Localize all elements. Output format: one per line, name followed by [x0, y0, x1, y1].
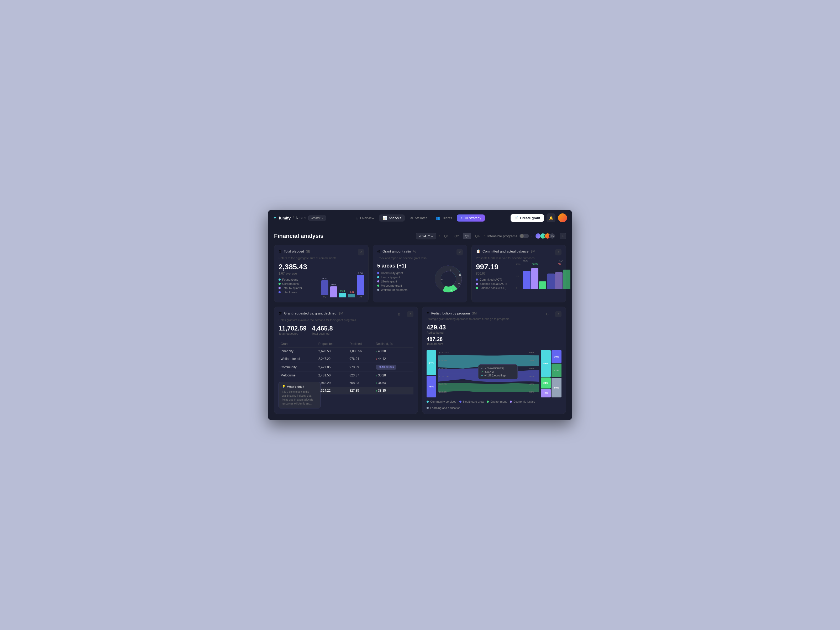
- grant-req-filter-button[interactable]: ⇅: [398, 312, 401, 316]
- ratio-subtitle: Track and report on specific grant ratio: [377, 256, 463, 260]
- pledged-bar-chart: -1.23 LQ 0.95 0.32 -0: [321, 274, 364, 298]
- quarter-q3[interactable]: Q3: [463, 233, 471, 239]
- page-title: Financial analysis: [274, 232, 324, 239]
- svg-text:12: 12: [459, 274, 461, 276]
- ratio-icon: ◎: [377, 249, 381, 253]
- card-redistribution: ≡ Redistribution by program $M ↻ ··· ↗ S…: [422, 306, 566, 414]
- bottom-cards-grid: ⚖ Grant requested vs. grant declined $M …: [274, 306, 566, 414]
- grant-req-expand-button[interactable]: ↗: [407, 311, 414, 317]
- header-actions: 📄 Create grant 🔔: [510, 213, 567, 222]
- user-avatar[interactable]: [558, 213, 567, 222]
- grant-req-more-button[interactable]: ···: [403, 312, 406, 316]
- tab-ai-strategy[interactable]: ✦ AI strategy: [457, 215, 485, 221]
- stream-chart: $162.3M $37.4M $34.5M $127.1M $45.3M $32…: [438, 350, 538, 398]
- redist-chart: 54% 46%: [426, 350, 562, 398]
- pledged-expand-button[interactable]: ↗: [358, 249, 364, 256]
- table-row: Community 2,427.05 970.39 ⊞ All details: [278, 363, 414, 372]
- card-committed-header: 📋 Committed and actual balance $M ↗: [476, 249, 562, 256]
- notification-icon: 🔔: [549, 216, 553, 220]
- total-requested-value: 11,702.59: [278, 325, 306, 332]
- infeasible-toggle[interactable]: [519, 234, 529, 238]
- tab-overview[interactable]: ⊞ Overview: [352, 215, 378, 221]
- svg-text:$45.3M: $45.3M: [439, 383, 447, 385]
- svg-text:$162.3M: $162.3M: [439, 352, 448, 354]
- logo-text: lumify: [279, 216, 291, 220]
- card-committed: 📋 Committed and actual balance $M ↗ Pres…: [471, 245, 566, 302]
- svg-text:39%: 39%: [529, 359, 534, 362]
- more-members-badge[interactable]: +5: [549, 233, 556, 239]
- main-content: Financial analysis 2024 ⌃⌄ / Q1 Q2 Q3 Q4…: [268, 226, 572, 420]
- svg-text:48%: 48%: [529, 383, 534, 385]
- svg-text:9: 9: [450, 269, 451, 271]
- whats-this-tooltip: 💡 What's this? It is a benchmark in the …: [278, 382, 321, 409]
- overview-icon: ⊞: [356, 216, 358, 220]
- affiliates-icon: 🗂: [409, 216, 413, 220]
- logo-area: ✦ lumify / Nexus Creator ⌄: [273, 215, 326, 221]
- redist-legend: Community services Healthcare area Envir…: [426, 400, 562, 409]
- creator-badge[interactable]: Creator ⌄: [308, 216, 326, 221]
- svg-text:19: 19: [450, 289, 452, 291]
- header: ✦ lumify / Nexus Creator ⌄ ⊞ Overview 📊 …: [268, 210, 572, 226]
- card-total-pledged-header: ⊜ Total pledged $B ↗: [278, 249, 364, 256]
- svg-text:41%: 41%: [529, 367, 534, 369]
- create-grant-icon: 📄: [514, 216, 518, 220]
- tab-affiliates[interactable]: 🗂 Affiliates: [406, 215, 431, 221]
- redist-refresh-button[interactable]: ↻: [546, 312, 549, 316]
- total-declined-value: 4,465.8: [312, 325, 333, 332]
- svg-text:44: 44: [441, 278, 443, 281]
- col-grant: Grant: [278, 341, 316, 347]
- quarter-q1[interactable]: Q1: [442, 233, 450, 239]
- redist-left-bars: 54% 46%: [426, 350, 436, 398]
- top-cards-grid: ⊜ Total pledged $B ↗ Refers to the aggre…: [274, 245, 566, 302]
- committed-expand-button[interactable]: ↗: [555, 249, 562, 256]
- card-grant-requested: ⚖ Grant requested vs. grant declined $M …: [274, 306, 418, 414]
- table-row: Inner city 2,628.53 1,085.56 ↑ 40,38: [278, 347, 414, 355]
- redist-expand-button[interactable]: ↗: [555, 311, 562, 317]
- quarter-q2[interactable]: Q2: [453, 233, 460, 239]
- redist-right-bars: 58% 24% 18% 39%: [541, 350, 562, 398]
- svg-text:$37.4M: $37.4M: [439, 359, 447, 362]
- redistributed-value: 429.43: [426, 324, 446, 331]
- total-amount-label: Total amount: [426, 342, 446, 346]
- svg-text:61%: 61%: [529, 352, 534, 354]
- card-grant-ratio-header: ◎ Grant amount ratio % ↗: [377, 249, 463, 256]
- all-details-button[interactable]: ⊞ All details: [376, 365, 396, 369]
- whats-this-body: It is a benchmark in the grantmaking ind…: [282, 390, 317, 406]
- year-selector[interactable]: 2024 ⌃⌄: [416, 233, 437, 239]
- table-row: Welfare for all 2,247.22 976.94 ↓ 44.42: [278, 355, 414, 363]
- committed-icon: 📋: [476, 249, 480, 253]
- tab-clients[interactable]: 👥 Clients: [432, 215, 456, 221]
- grant-req-icon: ⚖: [278, 311, 282, 315]
- ratio-expand-button[interactable]: ↗: [456, 249, 463, 256]
- tab-analysis[interactable]: 📊 Analysis: [379, 215, 405, 221]
- create-grant-button[interactable]: 📄 Create grant: [510, 214, 544, 222]
- total-requested-label: Total requested: [278, 332, 306, 335]
- nav-tabs: ⊞ Overview 📊 Analysis 🗂 Affiliates 👥 Cli…: [330, 215, 506, 221]
- svg-text:59%: 59%: [529, 375, 534, 377]
- quarter-q4[interactable]: Q4: [474, 233, 481, 239]
- total-amount-value: 487.28: [426, 336, 446, 342]
- col-pct: Declined, %: [374, 341, 414, 347]
- redistributed-label: Redistributed: [426, 331, 446, 334]
- clients-icon: 👥: [436, 216, 440, 220]
- app-window: ✦ lumify / Nexus Creator ⌄ ⊞ Overview 📊 …: [268, 210, 572, 420]
- breadcrumb-sep: /: [293, 216, 294, 220]
- redist-subtitle: Strategic grant-making approach to ensur…: [426, 317, 562, 321]
- redist-icon: ≡: [426, 311, 429, 315]
- grant-req-subtitle: Helps grantors evaluate the demand for t…: [278, 318, 414, 322]
- svg-text:16: 16: [458, 283, 460, 284]
- add-member-button[interactable]: +: [560, 233, 566, 239]
- ratio-legend: Community grant Inner city grant Liberty…: [377, 272, 407, 291]
- pledged-subtitle: Refers to the aggregate sum of commitmen…: [278, 256, 364, 260]
- total-declined-label: Total declined: [312, 332, 333, 335]
- redist-more-button[interactable]: ···: [551, 312, 554, 316]
- pledged-icon: ⊜: [278, 249, 282, 253]
- notification-button[interactable]: 🔔: [546, 213, 556, 222]
- redist-header: ≡ Redistribution by program $M ↻ ··· ↗: [426, 311, 562, 317]
- stream-tooltip: ↙ -9% (withdrawal) ✓ $37.4M ● +41% (depo…: [478, 364, 518, 379]
- col-declined: Declined: [347, 341, 374, 347]
- breadcrumb-nexus: Nexus: [296, 216, 306, 220]
- page-controls: 2024 ⌃⌄ / Q1 Q2 Q3 Q4 / Infeasible progr…: [416, 233, 566, 239]
- committed-chart-area: Now LQ 1000 500 0 +13%: [523, 259, 562, 298]
- table-header-row: Grant Requested Declined Declined, %: [278, 341, 414, 347]
